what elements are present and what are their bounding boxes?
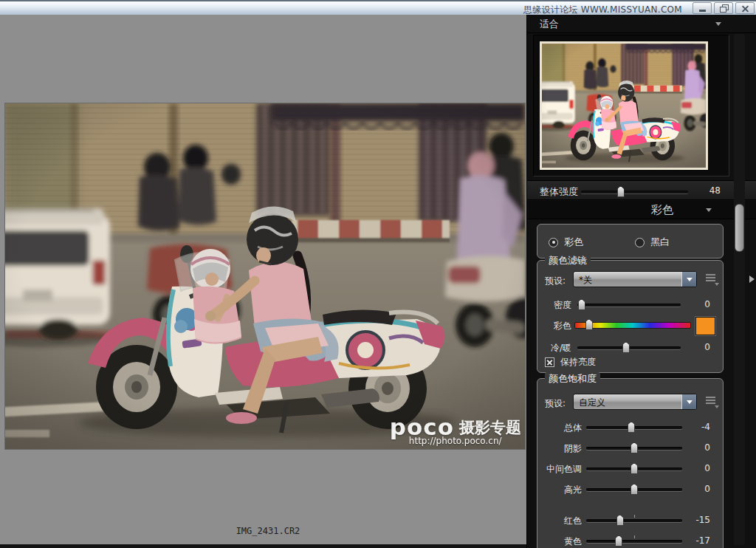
dropdown-arrow-button[interactable] xyxy=(681,394,696,409)
slider-thumb[interactable] xyxy=(616,515,624,526)
radio-color-label: 彩色 xyxy=(564,236,583,249)
saturation-slider-row: 阴影 0 xyxy=(537,438,723,459)
overall-strength-row: 整体强度 48 xyxy=(527,180,756,200)
slider-label: 中间色调 xyxy=(537,463,582,476)
restore-icon xyxy=(720,4,728,12)
preview-thumbnail xyxy=(540,41,708,170)
slider-thumb[interactable] xyxy=(630,442,638,453)
slider-value: -4 xyxy=(685,422,710,432)
watermark-url: http://photo.poco.cn/ xyxy=(390,436,521,445)
slider-track[interactable] xyxy=(586,519,682,522)
preset-menu-button[interactable] xyxy=(706,397,719,407)
warmth-value: 0 xyxy=(685,342,710,352)
application-window: 思缘设计论坛 WWW.MISSYUAN.COM xyxy=(0,0,756,548)
restore-button[interactable] xyxy=(714,2,733,14)
zoom-fit-dropdown[interactable]: 适合 xyxy=(527,15,756,33)
panel-scrollbar-track[interactable] xyxy=(734,34,745,545)
keep-brightness-label: 保持亮度 xyxy=(560,356,596,369)
hue-slider-row: 彩色 xyxy=(537,317,723,336)
warmth-thumb[interactable] xyxy=(622,342,630,353)
chevron-down-icon xyxy=(715,22,721,26)
overall-strength-thumb[interactable] xyxy=(617,186,625,197)
panel-scrollbar-thumb[interactable] xyxy=(735,204,744,252)
saturation-slider-row: 高光 0 xyxy=(537,479,723,500)
saturation-slider-row: 总体 -4 xyxy=(537,417,723,438)
radio-bw-mode[interactable]: 黑白 xyxy=(635,236,670,249)
slider-thumb[interactable] xyxy=(615,535,622,547)
density-track[interactable] xyxy=(577,304,681,306)
radio-color-mode[interactable]: 彩色 xyxy=(549,236,583,249)
density-slider-row: 密度 0 xyxy=(537,296,723,312)
saturation-slider-row: 黄色 -17 xyxy=(537,531,723,548)
keep-brightness-checkbox[interactable] xyxy=(545,357,554,367)
hue-label: 彩色 xyxy=(539,320,571,332)
photo-scene-svg xyxy=(542,44,706,168)
overall-strength-value: 48 xyxy=(697,185,721,196)
slider-label: 黄色 xyxy=(537,535,582,548)
slider-value: 0 xyxy=(685,442,710,453)
saturation-sliders: 总体 -4 阴影 0 中间色调 0 高光 0 红色 xyxy=(537,417,723,548)
warmth-slider-row: 冷/暖 0 xyxy=(537,339,723,355)
density-value: 0 xyxy=(685,299,710,309)
titlebar: 思缘设计论坛 WWW.MISSYUAN.COM xyxy=(0,0,756,15)
dropdown-arrow-button[interactable] xyxy=(681,272,696,287)
hue-thumb[interactable] xyxy=(585,319,593,330)
close-icon xyxy=(741,4,749,13)
hue-rainbow-track[interactable] xyxy=(574,322,691,329)
radio-selected-icon xyxy=(549,238,558,247)
filename-label: IMG_2431.CR2 xyxy=(187,526,349,536)
overall-strength-label: 整体强度 xyxy=(540,185,578,199)
radio-unselected-icon xyxy=(635,238,645,247)
close-button[interactable] xyxy=(735,2,755,14)
radio-bw-label: 黑白 xyxy=(650,236,670,249)
zoom-fit-label: 适合 xyxy=(540,18,559,31)
slider-label: 红色 xyxy=(537,515,582,527)
watermark-brand: poco xyxy=(390,418,454,436)
slider-track[interactable] xyxy=(586,540,682,543)
preset-menu-button[interactable] xyxy=(706,274,719,284)
filter-preset-value: *关 xyxy=(579,274,592,287)
photo-preview[interactable]: poco 摄影专题 http://photo.poco.cn/ xyxy=(5,103,525,449)
keep-brightness-row: 保持亮度 xyxy=(545,355,730,369)
chevron-down-icon xyxy=(706,208,712,212)
slider-center-tick xyxy=(634,535,635,538)
chevron-down-icon xyxy=(687,278,693,281)
photo-scene-svg xyxy=(5,103,525,449)
watermark: poco 摄影专题 http://photo.poco.cn/ xyxy=(390,418,521,445)
color-filter-legend: 颜色滤镜 xyxy=(545,254,591,267)
filter-preset-dropdown[interactable]: *关 xyxy=(573,271,697,287)
warmth-label: 冷/暖 xyxy=(539,342,571,355)
slider-track[interactable] xyxy=(586,447,682,450)
right-panel: 适合 xyxy=(526,15,756,548)
window-controls xyxy=(693,2,755,14)
hue-color-swatch[interactable] xyxy=(695,317,715,335)
slider-track[interactable] xyxy=(586,488,682,491)
slider-track[interactable] xyxy=(586,467,682,470)
minimize-button[interactable] xyxy=(693,2,712,14)
panel-collapse-arrow[interactable] xyxy=(749,275,755,283)
slider-value: 0 xyxy=(685,463,710,473)
color-saturation-group: 颜色饱和度 预设: 自定义 总体 -4 阴影 0 xyxy=(537,378,724,548)
slider-thumb[interactable] xyxy=(630,484,638,495)
minimize-icon xyxy=(699,10,706,12)
thumbnail-image xyxy=(542,44,706,168)
chevron-down-icon xyxy=(715,405,719,408)
color-section-header[interactable]: 彩色 xyxy=(527,201,756,219)
slider-value: 0 xyxy=(685,484,710,494)
saturation-preset-row: 预设: 自定义 xyxy=(537,394,723,411)
slider-thumb[interactable] xyxy=(630,463,638,474)
preset-label: 预设: xyxy=(545,397,566,410)
saturation-preset-value: 自定义 xyxy=(579,397,605,409)
slider-thumb[interactable] xyxy=(628,422,635,433)
slider-track[interactable] xyxy=(586,426,682,429)
density-label: 密度 xyxy=(539,299,571,312)
warmth-track[interactable] xyxy=(577,346,681,349)
preset-label: 预设: xyxy=(545,275,566,287)
chevron-down-icon xyxy=(687,400,693,404)
density-thumb[interactable] xyxy=(578,299,585,310)
saturation-preset-dropdown[interactable]: 自定义 xyxy=(573,394,697,410)
saturation-slider-row: 红色 -15 xyxy=(537,510,723,531)
chevron-down-icon xyxy=(715,283,719,286)
slider-label: 高光 xyxy=(537,484,582,496)
overall-strength-track[interactable] xyxy=(581,191,688,193)
